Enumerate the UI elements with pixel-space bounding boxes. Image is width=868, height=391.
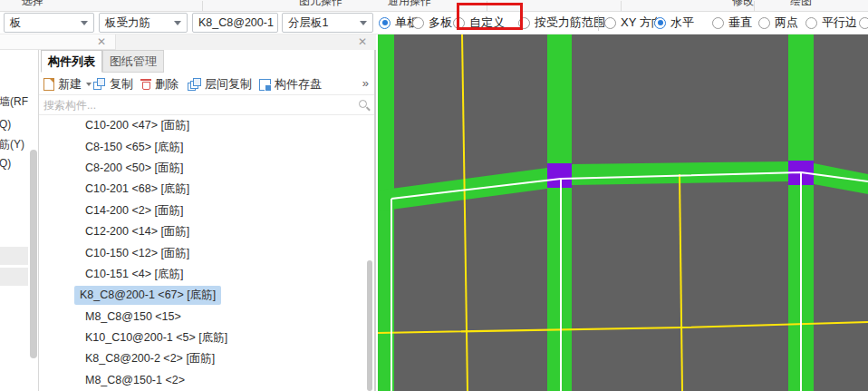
tree-scrollbar-thumb[interactable] [30,150,37,358]
element-type-dropdown[interactable]: 板 [4,13,94,33]
radio-multi-slab[interactable]: 多板 [412,12,452,34]
delete-icon [140,78,151,91]
search-input[interactable] [41,96,349,114]
chevron-down-icon [277,21,278,25]
search-icon [359,100,367,108]
ribbon-group-common-ops: 通用操作 [388,0,431,9]
delete-button[interactable]: 删除 [140,73,178,95]
list-item[interactable]: C8-200 <50> [面筋] [39,158,374,179]
chevron-down-icon [360,21,367,25]
radio-icon [379,17,391,29]
radio-icon [859,17,868,29]
radio-icon [604,17,616,29]
chevron-down-icon [86,83,92,86]
panel-title-strip: ✕ [116,34,376,50]
radio-icon [758,17,770,29]
left-toolbar-stub: ✕ [0,34,116,50]
radio-icon [654,17,666,29]
component-list: C10-200 <47> [面筋] C8-150 <65> [底筋] C8-20… [39,115,374,391]
tree-item-label[interactable]: 墙(RF [0,94,28,110]
layer-copy-icon [188,78,201,91]
module-tree-panel: 墙(RF Q) 筋(Y) Q) [0,50,39,391]
divider [598,15,599,31]
list-item[interactable]: C10-200 <47> [面筋] [39,115,374,136]
ribbon-group-modify: 修改 [732,0,754,9]
application-window: { "colors": { "canvas_bg": "#616161", "b… [0,0,868,391]
close-icon[interactable]: ✕ [358,35,367,48]
rebar-type-dropdown[interactable]: 板受力筋 [99,13,188,33]
list-scrollbar-thumb[interactable] [367,260,372,391]
copy-button[interactable]: 复制 [93,73,133,95]
search-row [39,95,374,115]
panel-toolbar: 新建 复制 删除 层间复制 构件存盘 » [39,73,374,95]
list-item[interactable]: C10-151 <4> [底筋] [39,264,374,285]
tree-item-label[interactable]: Q) [0,157,11,170]
ribbon-group-element-ops: 图元操作 [299,0,342,9]
layer-slab-dropdown[interactable]: 分层板1 [282,13,373,33]
red-highlight-box [457,3,523,30]
radio-horizontal[interactable]: 水平 [654,12,694,34]
beam-vertical-middle[interactable] [547,34,572,391]
component-list-panel: 构件列表 图纸管理 新建 复制 删除 层间复制 构件存盘 » C10-200 <… [39,50,376,391]
radio-two-point[interactable]: 两点 [758,12,798,34]
new-button[interactable]: 新建 [43,73,92,95]
tree-item-label[interactable]: 筋(Y) [0,137,24,152]
ribbon-group-select: 选择 [22,0,43,9]
floor-copy-button[interactable]: 层间复制 [188,73,252,95]
cad-drawing [378,34,868,391]
radio-by-rebar-range[interactable]: 按受力筋范围 [518,12,605,34]
radio-partial[interactable] [859,12,868,34]
component-dropdown[interactable]: K8_C8@200-1 [192,13,278,33]
column-node-middle[interactable] [547,163,572,188]
close-icon[interactable]: ✕ [97,35,106,48]
list-item-selected[interactable]: K8_C8@200-1 <67> [底筋] [39,285,374,306]
ribbon-group-strip: 选择 图元操作 通用操作 修改 绘图 [0,0,868,12]
tree-item-label[interactable]: Q) [0,118,11,131]
new-doc-icon [43,78,54,91]
radio-icon [805,17,817,29]
tab-component-list[interactable]: 构件列表 [41,50,102,73]
toolbar-overflow-button[interactable]: » [362,76,369,90]
tree-highlight-row[interactable] [0,247,28,265]
list-item[interactable]: C12-200 <14> [面筋] [39,221,374,242]
save-icon [259,79,271,91]
list-item[interactable]: K10_C10@200-1 <5> [底筋] [39,327,374,348]
list-item[interactable]: C14-200 <2> [面筋] [39,200,374,221]
radio-parallel-edge[interactable]: 平行边 [805,12,857,34]
list-item[interactable]: C10-201 <68> [底筋] [39,179,374,200]
radio-icon [412,17,424,29]
list-item[interactable]: C10-150 <12> [面筋] [39,242,374,263]
save-component-button[interactable]: 构件存盘 [259,73,322,95]
ribbon-divider [202,1,203,12]
radio-icon [712,17,724,29]
radio-vertical[interactable]: 垂直 [712,12,752,34]
filter-row: 板 板受力筋 K8_C8@200-1 分层板1 单板 多板 自定义 按受力筋范围… [0,12,868,34]
chevron-down-icon [174,21,181,25]
panel-header-strip: ✕ ✕ [0,34,376,50]
list-item[interactable]: M8_C8@150-1 <2> [39,370,374,391]
chevron-down-icon [81,21,88,25]
ribbon-divider [621,1,622,12]
copy-icon [93,78,106,91]
list-item[interactable]: K8_C8@200-2 <2> [面筋] [39,348,374,369]
list-item[interactable]: C8-150 <65> [底筋] [39,136,374,157]
ribbon-divider [754,1,755,12]
tree-highlight-row[interactable] [0,268,28,286]
list-item[interactable]: M8_C8@150 <15> [39,307,374,327]
cad-canvas[interactable] [378,34,868,391]
tab-drawing-management[interactable]: 图纸管理 [102,50,164,73]
ribbon-group-draw: 绘图 [790,0,812,9]
